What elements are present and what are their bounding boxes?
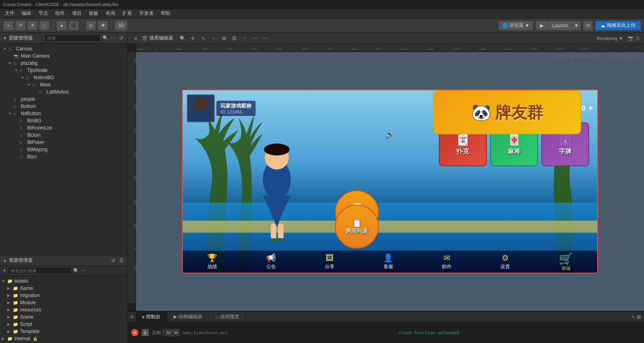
tree-item-canvas[interactable]: ▼ □ Canvas (0, 45, 128, 52)
bottom-btn-youjian[interactable]: ✉ 邮件 (442, 253, 452, 270)
scene-camera-icon[interactable]: 📷 (628, 36, 634, 41)
hierarchy-add-icon[interactable]: + (3, 35, 6, 41)
toolbar-refresh-btn[interactable]: ↺ (15, 21, 26, 30)
browser-btn[interactable]: 🌐 浏览器 ▼ (498, 21, 533, 30)
diamond-add-btn[interactable]: + (588, 103, 593, 114)
assets-filter-icon[interactable]: ⋯ (81, 268, 86, 273)
menu-file[interactable]: 文件 (2, 9, 18, 18)
menu-node[interactable]: 节点 (35, 9, 51, 18)
toolbar-dot-btn[interactable]: ● (56, 21, 67, 30)
launch-dropdown-btn[interactable]: ▼ (572, 21, 581, 30)
menu-project[interactable]: 项目 (69, 9, 85, 18)
bottom-panel-expand-icon[interactable]: ≡ (128, 314, 136, 320)
scene-tool-search[interactable]: 🔍 (178, 34, 187, 43)
menu-component[interactable]: 组件 (52, 9, 68, 18)
toolbar-close-btn[interactable]: ✕ (27, 21, 38, 30)
tab-game-preview[interactable]: □ 游戏预览 (209, 312, 246, 322)
tree-item-btroomlist[interactable]: □ BtRoomList (0, 124, 128, 132)
bottom-detach-icon[interactable]: ⊞ (637, 314, 641, 320)
menu-extend[interactable]: 扩展 (119, 9, 135, 18)
scene-tool-link[interactable]: ⛓ (230, 34, 239, 43)
toolbar-square-btn[interactable]: □ (39, 21, 50, 30)
toolbar-circle-btn[interactable]: ◎ (86, 21, 96, 30)
tree-item-mark[interactable]: ▼ □ Mark (0, 81, 128, 88)
shop-btn[interactable]: 🛒 商城 (559, 252, 573, 271)
toolbar-move-btn[interactable]: ✚ (98, 21, 108, 30)
assets-item-assets[interactable]: ▼ 📁 assets (0, 277, 128, 285)
bottom-btn-zhanji[interactable]: 🏆 战绩 (207, 253, 217, 270)
tree-item-btjoin[interactable]: □ BtJoin (0, 132, 128, 139)
room-list-btn[interactable]: 📋 房间列表 (335, 205, 379, 249)
assets-item-game[interactable]: ▶ 📁 Game (0, 285, 128, 292)
tree-item-btpoker[interactable]: □ BtPoker (0, 139, 128, 146)
assets-item-template[interactable]: ▶ 📁 Template (0, 328, 128, 335)
sound-btn[interactable]: 🔈 (386, 130, 394, 139)
menu-layout[interactable]: 布局 (102, 9, 118, 18)
tree-item-bottom[interactable]: □ Bottom (0, 103, 128, 110)
assets-search-icon[interactable]: 🔍 (73, 268, 79, 273)
assets-menu-icon[interactable]: ☰ (118, 257, 124, 264)
assets-add-btn[interactable]: + (3, 268, 6, 273)
console-search-input[interactable] (181, 329, 395, 336)
tree-item-plazabg[interactable]: ▼ □ plazabg (0, 60, 128, 67)
tree-item-btnbg[interactable]: □ BtnBG (0, 117, 128, 124)
svg-rect-6 (278, 223, 284, 239)
scene-tool-arrows[interactable]: ↔ (209, 34, 218, 43)
menu-panel[interactable]: 面板 (86, 9, 102, 18)
assets-item-internal[interactable]: ▶ 📁 internal 🔒 (0, 335, 128, 342)
assets-refresh-icon[interactable]: ↺ (110, 257, 116, 264)
toolbar-reload-btn[interactable]: ↺ (583, 21, 593, 30)
menu-developer[interactable]: 开发者 (136, 9, 157, 18)
hierarchy-refresh-icon[interactable]: ↺ (118, 35, 124, 41)
scene-tool-expand[interactable]: ≡ (131, 34, 140, 43)
assets-item-script[interactable]: ▶ 📁 Script (0, 321, 128, 328)
scene-tool-expand2[interactable]: ⤡ (199, 34, 208, 43)
launch-btn[interactable]: Launch (548, 21, 572, 30)
rendering-label[interactable]: Rendering ▼ (597, 36, 623, 41)
assets-item-migration[interactable]: ▶ 📁 migration (0, 292, 128, 299)
tree-item-people[interactable]: □ people (0, 96, 128, 103)
assets-item-resources[interactable]: ▶ 📁 resources (0, 306, 128, 313)
scene-tool-misc[interactable]: ⋮ (240, 34, 249, 43)
folder-icon-module: 📁 (13, 300, 18, 305)
hierarchy-settings-icon[interactable]: ⋯ (110, 35, 116, 41)
menu-help[interactable]: 帮助 (158, 9, 174, 18)
bottom-btn-shezhi[interactable]: ⚙ 设置 (500, 253, 510, 270)
scene-tool-dots[interactable]: ⋯ (261, 34, 270, 43)
bottom-btn-gonggao[interactable]: 📢 公告 (266, 253, 276, 270)
tree-item-noticebg[interactable]: ▼ □ NoticeBG (0, 74, 128, 81)
scene-tool-more[interactable]: ⋯ (251, 34, 260, 43)
assets-item-module[interactable]: ▶ 📁 Module (0, 299, 128, 306)
hierarchy-search-icon[interactable]: 🔍 (102, 35, 108, 41)
console-clear-btn[interactable]: 🗑 (142, 329, 149, 336)
upload-btn[interactable]: ☁ 拖拽至此上传 (595, 21, 641, 30)
hierarchy-search-input[interactable] (44, 34, 100, 42)
bottom-btn-fenxiang[interactable]: 🖼 分享 (325, 253, 334, 270)
pai-you-qun-btn[interactable]: 🐼 牌友群 (433, 90, 581, 134)
tab-console[interactable]: ≡ 控制台 (136, 312, 167, 322)
play-btn[interactable]: ▶ (536, 21, 548, 30)
assets-search-input[interactable] (8, 267, 72, 274)
tree-item-btmajong[interactable]: □ BtMajong (0, 146, 128, 153)
toolbar-add-btn[interactable]: + (3, 21, 14, 30)
console-stop-btn[interactable]: ✕ (131, 329, 138, 336)
scene-tool-resize[interactable]: ⊞ (220, 34, 228, 43)
bottom-btn-kefu[interactable]: 👤 客服 (383, 253, 393, 270)
tab-animation-editor[interactable]: ▶ 动画编辑器 (167, 312, 209, 322)
toolbar-block-btn[interactable]: ⬛ (68, 21, 79, 30)
console-filter-select[interactable]: All (162, 329, 180, 336)
tree-item-main-camera[interactable]: 📷 Main Camera (0, 52, 128, 60)
assets-add-icon[interactable]: + (3, 257, 6, 264)
tree-item-ndbutton[interactable]: ▼ □ NdButton (0, 110, 128, 117)
menu-edit[interactable]: 编辑 (18, 9, 34, 18)
tree-item-labmotice[interactable]: □ LabMotice (0, 88, 128, 96)
tree-item-btzn[interactable]: □ Btzn (0, 153, 128, 160)
scene-tool-crosshair[interactable]: ✛ (188, 34, 197, 43)
ruler-h-label-9: 800 (352, 47, 357, 51)
scene-video-icon[interactable]: 🎥 (635, 36, 641, 41)
tree-item-tipsnode[interactable]: ▼ □ TipsNode (0, 67, 128, 74)
label-btnbg: BtnBG (27, 118, 41, 124)
assets-item-scene[interactable]: ▶ 📁 Scene (0, 313, 128, 321)
bottom-expand-icon[interactable]: ⤡ (631, 314, 635, 320)
scene-viewport[interactable]: 玩家游戏昵称 ID: 123456 💎 0 + (136, 52, 644, 311)
